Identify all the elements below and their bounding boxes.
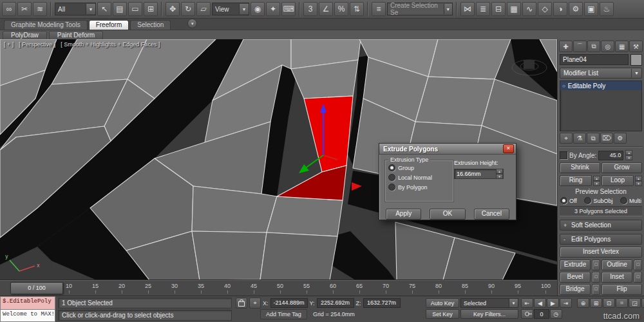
tab-selection[interactable]: Selection: [130, 20, 171, 30]
set-key-button[interactable]: Set Key: [426, 309, 459, 319]
timeline-tick[interactable]: 100: [541, 283, 551, 289]
timeline-tick[interactable]: 15: [92, 283, 99, 289]
go-to-start-icon[interactable]: ⇤: [521, 298, 533, 308]
ribbon-minimize-button[interactable]: ▾: [187, 19, 197, 28]
timeline-tick[interactable]: 35: [198, 283, 204, 289]
zoom-icon[interactable]: ⊕: [577, 298, 589, 308]
select-and-scale-icon[interactable]: ▱: [196, 2, 211, 16]
ring-button[interactable]: Ring: [560, 175, 592, 186]
timeline-tick[interactable]: 45: [251, 283, 257, 289]
inset-button[interactable]: Inset: [601, 272, 632, 283]
reference-coordinate-dropdown[interactable]: View ▼: [212, 3, 249, 15]
flip-button[interactable]: Flip: [601, 284, 642, 295]
modify-tab-icon[interactable]: ⌒: [573, 41, 587, 52]
timeline-tick[interactable]: 85: [462, 283, 468, 289]
apply-button[interactable]: Apply: [386, 209, 421, 220]
time-slider[interactable]: 0 / 100: [10, 282, 63, 294]
timeline-tick[interactable]: 10: [66, 283, 72, 289]
timeline-tick[interactable]: 20: [118, 283, 125, 289]
spinner-arrows[interactable]: ▴ ▾: [496, 169, 503, 179]
extrude-settings-button[interactable]: □: [592, 260, 600, 270]
hierarchy-tab-icon[interactable]: ⧉: [587, 41, 601, 52]
timeline-tick[interactable]: 50: [277, 283, 283, 289]
mirror-icon[interactable]: ⋈: [460, 2, 475, 16]
timeline-tick[interactable]: 55: [303, 283, 310, 289]
grow-button[interactable]: Grow: [601, 162, 642, 173]
shrink-button[interactable]: Shrink: [560, 162, 600, 173]
radio-icon[interactable]: [388, 174, 395, 181]
motion-tab-icon[interactable]: ◎: [601, 41, 614, 52]
selected-set-dropdown[interactable]: Selected ▼: [460, 298, 518, 308]
z-coordinate-input[interactable]: 1632.727m: [363, 298, 401, 308]
fov-icon[interactable]: ◲: [629, 298, 641, 308]
zoom-region-icon[interactable]: ⌗: [616, 298, 628, 308]
radio-group[interactable]: Group: [388, 163, 450, 173]
key-mode-toggle[interactable]: [521, 309, 533, 319]
spinner-up-icon[interactable]: ▴: [593, 176, 600, 181]
select-and-rotate-icon[interactable]: ↻: [181, 2, 195, 16]
rendered-frame-icon[interactable]: ▣: [584, 2, 598, 16]
stack-item-editable-poly[interactable]: ○ Editable Poly: [560, 81, 641, 90]
zoom-all-icon[interactable]: ⊞: [590, 298, 602, 308]
timeline-tick[interactable]: 70: [383, 283, 389, 289]
select-by-name-icon[interactable]: ▤: [113, 2, 127, 16]
previous-frame-icon[interactable]: ◀: [534, 298, 546, 308]
use-pivot-center-icon[interactable]: ◉: [251, 2, 265, 16]
spinner-up-icon[interactable]: ▴: [625, 150, 632, 155]
unlink-selection-icon[interactable]: ✂: [17, 2, 32, 16]
object-color-swatch[interactable]: [630, 54, 642, 66]
loop-button[interactable]: Loop: [601, 175, 634, 186]
outline-button[interactable]: Outline: [601, 260, 632, 270]
go-to-end-icon[interactable]: ⇥: [560, 298, 572, 308]
timeline-tick[interactable]: 90: [488, 283, 495, 289]
current-frame-input[interactable]: 0: [534, 309, 549, 319]
bevel-button[interactable]: Bevel: [560, 272, 591, 283]
modifier-stack[interactable]: ○ Editable Poly: [560, 80, 642, 131]
polydraw-panel-button[interactable]: PolyDraw: [3, 31, 47, 40]
dialog-titlebar[interactable]: Extrude Polygons ×: [379, 144, 516, 155]
render-production-icon[interactable]: ♨: [600, 2, 614, 16]
extrude-button[interactable]: Extrude: [560, 260, 591, 270]
radio-icon[interactable]: [560, 197, 567, 204]
soft-selection-rollout[interactable]: + Soft Selection: [560, 220, 642, 231]
play-icon[interactable]: ▶: [547, 298, 559, 308]
selection-filter-dropdown[interactable]: All ▼: [55, 3, 96, 15]
inset-settings-button[interactable]: □: [634, 272, 642, 283]
y-coordinate-input[interactable]: 2252.692m: [317, 298, 354, 308]
bevel-settings-button[interactable]: □: [592, 272, 600, 283]
spinner-arrows[interactable]: ▴ ▾: [593, 176, 600, 186]
align-icon[interactable]: ≣: [476, 2, 490, 16]
spinner-snap-icon[interactable]: ⇅: [350, 2, 364, 16]
keyboard-override-icon[interactable]: ⌨: [281, 2, 296, 16]
render-setup-icon[interactable]: ⚙: [569, 2, 583, 16]
rollout-toggle-icon[interactable]: -: [564, 236, 568, 243]
spinner-up-icon[interactable]: ▴: [635, 176, 642, 181]
spinner-down-icon[interactable]: ▾: [593, 181, 600, 186]
preview-subobj-radio[interactable]: SubObj: [584, 197, 612, 204]
auto-key-button[interactable]: Auto Key: [426, 298, 459, 308]
ribbon-toggle-icon[interactable]: ▦: [507, 2, 521, 16]
curve-editor-icon[interactable]: ∿: [522, 2, 536, 16]
angle-snap-icon[interactable]: ∠: [319, 2, 333, 16]
spinner-down-icon[interactable]: ▾: [496, 174, 503, 179]
extrusion-height-input[interactable]: 16.66mm ▴ ▾: [454, 169, 504, 179]
select-and-move-icon[interactable]: ✥: [166, 2, 180, 16]
timeline-tick[interactable]: 30: [171, 283, 178, 289]
show-end-result-icon[interactable]: ⚗: [573, 133, 586, 144]
rectangular-selection-icon[interactable]: ▭: [128, 2, 142, 16]
add-time-tag-button[interactable]: Add Time Tag: [260, 309, 307, 319]
bind-to-space-warp-icon[interactable]: ≋: [33, 2, 47, 16]
pan-icon[interactable]: ✥: [641, 298, 644, 308]
material-editor-icon[interactable]: ◑: [553, 2, 567, 16]
viewport-pov-menu[interactable]: [ Perspective ]: [19, 41, 55, 48]
timeline-tick[interactable]: 80: [435, 283, 442, 289]
timeline-tick[interactable]: 60: [330, 283, 336, 289]
spinner-up-icon[interactable]: ▴: [496, 169, 503, 174]
ok-button[interactable]: OK: [430, 209, 465, 220]
select-object-icon[interactable]: ↖: [97, 2, 111, 16]
maxscript-listener-input[interactable]: $.EditablePoly: [0, 296, 55, 310]
x-coordinate-input[interactable]: -2144.889m: [270, 298, 308, 308]
object-name-input[interactable]: Plane04: [560, 54, 629, 65]
radio-local-normal[interactable]: Local Normal: [388, 173, 450, 182]
timeline-tick[interactable]: 95: [515, 283, 521, 289]
